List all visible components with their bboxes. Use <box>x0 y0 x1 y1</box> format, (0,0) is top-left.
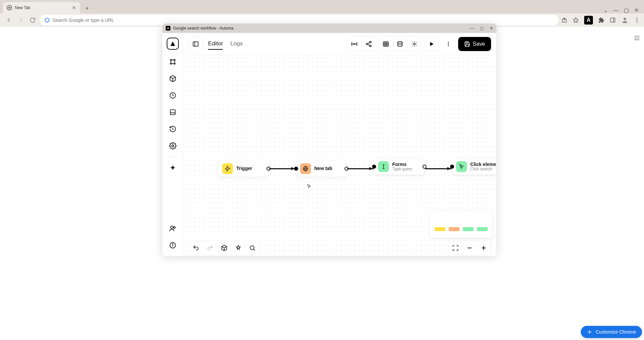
run-button[interactable] <box>425 37 439 51</box>
svg-rect-3 <box>610 18 615 22</box>
close-window-icon[interactable]: ✕ <box>634 7 639 13</box>
search-blocks-button[interactable] <box>246 242 259 254</box>
svg-rect-23 <box>170 110 175 115</box>
schedule-icon[interactable] <box>167 89 179 101</box>
automa-window: A Google search workflow - Automa — ▢ ✕ <box>162 24 496 256</box>
share-workflow-button[interactable] <box>362 37 376 51</box>
svg-point-37 <box>369 41 371 43</box>
workflow-icon[interactable] <box>167 56 179 68</box>
svg-marker-60 <box>225 166 230 171</box>
reload-icon[interactable] <box>28 16 37 25</box>
svg-point-7 <box>637 20 638 21</box>
menu-icon[interactable] <box>634 17 640 23</box>
more-options-button[interactable] <box>441 37 455 51</box>
minimize-icon[interactable]: — <box>613 7 618 13</box>
workflow-canvas[interactable]: TriggerNew tabFormsType queryClick eleme… <box>183 55 496 256</box>
svg-point-47 <box>398 41 402 43</box>
workflow-node-newtab[interactable]: New tab <box>296 161 347 177</box>
svg-point-38 <box>366 43 368 45</box>
profile-icon[interactable] <box>621 16 629 24</box>
workflow-node-forms[interactable]: FormsType query <box>374 159 425 175</box>
storage-icon[interactable] <box>167 106 179 118</box>
tab-logs[interactable]: Logs <box>230 38 243 50</box>
svg-point-14 <box>638 38 639 39</box>
save-button[interactable]: Save <box>458 37 491 51</box>
info-icon[interactable] <box>167 239 179 251</box>
svg-point-10 <box>637 36 638 37</box>
workflow-settings-button[interactable] <box>407 37 421 51</box>
close-icon[interactable]: ✕ <box>72 5 76 10</box>
node-title: Forms <box>392 162 412 167</box>
svg-line-56 <box>253 249 255 250</box>
svg-point-17 <box>638 39 639 40</box>
minimap[interactable] <box>430 211 492 238</box>
automa-logo-icon[interactable] <box>167 38 179 50</box>
chevron-down-icon[interactable]: ⌄ <box>603 7 608 13</box>
svg-point-50 <box>448 42 449 43</box>
fit-view-button[interactable] <box>449 242 462 254</box>
svg-point-55 <box>250 246 254 250</box>
svg-point-39 <box>369 45 371 47</box>
svg-rect-53 <box>466 44 469 46</box>
node-subtitle: Type query <box>392 167 412 171</box>
settings-icon[interactable] <box>167 140 179 152</box>
package-blocks-button[interactable] <box>218 242 231 254</box>
share-icon[interactable] <box>561 17 567 23</box>
workflow-edge[interactable] <box>269 168 295 169</box>
undo-button[interactable] <box>190 242 202 254</box>
star-icon[interactable] <box>573 17 579 23</box>
host-button[interactable] <box>348 37 362 51</box>
workflow-node-click[interactable]: Click elementClick search <box>452 159 496 175</box>
node-title: Trigger <box>236 166 252 171</box>
tab-editor[interactable]: Editor <box>208 38 223 50</box>
new-tab-button[interactable]: + <box>83 4 92 13</box>
svg-point-29 <box>170 226 173 228</box>
close-icon[interactable]: ✕ <box>490 26 493 31</box>
table-button[interactable] <box>379 37 393 51</box>
svg-rect-42 <box>384 42 389 46</box>
browser-tab[interactable]: New Tab ✕ <box>3 2 80 13</box>
customize-chrome-button[interactable]: Customize Chrome <box>581 326 642 338</box>
svg-point-13 <box>637 38 638 39</box>
history-icon[interactable] <box>167 123 179 135</box>
minimap-node <box>449 227 459 231</box>
apps-grid-icon[interactable] <box>634 35 640 41</box>
svg-point-21 <box>174 63 175 65</box>
minimap-node <box>477 227 488 231</box>
svg-rect-34 <box>193 42 198 46</box>
workflow-edge[interactable] <box>425 168 451 169</box>
svg-point-6 <box>637 18 638 19</box>
node-subtitle: Click search <box>470 167 496 171</box>
automa-extension-icon[interactable]: A <box>584 16 593 25</box>
maximize-icon[interactable]: ▢ <box>624 7 629 13</box>
svg-point-25 <box>172 145 174 147</box>
zoom-out-button[interactable] <box>463 242 476 254</box>
back-icon[interactable] <box>4 15 13 25</box>
svg-point-33 <box>172 244 173 244</box>
node-title: New tab <box>314 166 332 171</box>
tab-title: New Tab <box>15 5 69 10</box>
svg-point-12 <box>635 38 636 39</box>
autoalign-button[interactable] <box>232 242 245 254</box>
package-icon[interactable] <box>167 73 179 85</box>
automa-titlebar[interactable]: A Google search workflow - Automa — ▢ ✕ <box>162 24 496 33</box>
url-input[interactable] <box>52 17 554 23</box>
maximize-icon[interactable]: ▢ <box>480 26 484 31</box>
sidepanel-icon[interactable] <box>610 17 616 23</box>
zoom-in-button[interactable] <box>477 242 490 254</box>
minimize-icon[interactable]: — <box>470 26 474 31</box>
svg-point-16 <box>637 39 638 40</box>
globals-button[interactable] <box>393 37 407 51</box>
extensions-icon[interactable] <box>598 17 604 23</box>
browser-tab-bar: New Tab ✕ + ⌄ — ▢ ✕ <box>0 0 644 13</box>
globe-icon <box>300 163 311 174</box>
toggle-panel-button[interactable] <box>189 37 203 51</box>
svg-point-8 <box>637 22 638 23</box>
minimap-node <box>463 227 474 231</box>
community-icon[interactable] <box>167 222 179 235</box>
workflow-node-trigger[interactable]: Trigger <box>218 161 269 177</box>
redo-button[interactable] <box>204 242 216 254</box>
element-selector-icon[interactable] <box>167 162 179 174</box>
forward-icon[interactable] <box>16 15 26 25</box>
workflow-edge[interactable] <box>347 168 373 169</box>
